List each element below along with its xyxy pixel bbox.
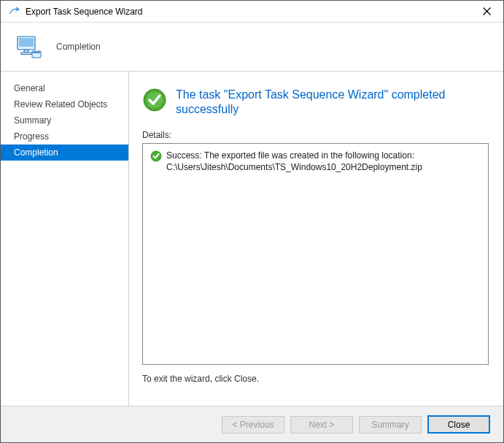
success-check-icon xyxy=(142,88,167,112)
next-button: Next > xyxy=(290,416,353,434)
close-icon xyxy=(483,7,491,15)
sidebar-item-label: Progress xyxy=(14,131,49,142)
wizard-sidebar: General Review Related Objects Summary P… xyxy=(1,72,128,406)
wizard-stage-label: Completion xyxy=(56,42,101,52)
sidebar-item-label: Completion xyxy=(14,147,58,158)
details-label: Details: xyxy=(142,130,489,140)
previous-button: < Previous xyxy=(222,416,284,434)
window-title: Export Task Sequence Wizard xyxy=(26,7,143,17)
summary-button: Summary xyxy=(359,416,422,434)
export-arrow-icon xyxy=(8,6,20,18)
window-close-button[interactable] xyxy=(470,1,503,22)
sidebar-item-completion[interactable]: Completion xyxy=(1,145,128,161)
svg-rect-7 xyxy=(33,52,41,53)
sidebar-item-label: Review Related Objects xyxy=(14,99,107,109)
details-box[interactable]: Success: The exported file was created i… xyxy=(142,143,489,365)
success-check-icon xyxy=(150,150,162,162)
sidebar-item-general[interactable]: General xyxy=(1,80,128,96)
computer-monitor-icon xyxy=(14,32,43,61)
sidebar-item-label: General xyxy=(14,83,45,93)
close-button[interactable]: Close xyxy=(427,415,490,434)
svg-rect-5 xyxy=(21,53,31,55)
svg-rect-4 xyxy=(24,50,28,53)
wizard-content: The task "Export Task Sequence Wizard" c… xyxy=(128,72,503,406)
sidebar-item-summary[interactable]: Summary xyxy=(1,112,128,128)
sidebar-item-review-related-objects[interactable]: Review Related Objects xyxy=(1,96,128,112)
exit-hint: To exit the wizard, click Close. xyxy=(142,374,489,384)
titlebar: Export Task Sequence Wizard xyxy=(1,1,503,23)
wizard-footer: < Previous Next > Summary Close xyxy=(1,406,503,442)
completion-headline: The task "Export Task Sequence Wizard" c… xyxy=(176,88,489,117)
details-entry: Success: The exported file was created i… xyxy=(150,150,481,173)
sidebar-item-progress[interactable]: Progress xyxy=(1,128,128,145)
details-entry-message: Success: The exported file was created i… xyxy=(166,150,481,173)
svg-rect-3 xyxy=(19,38,34,47)
wizard-header: Completion xyxy=(1,23,503,71)
sidebar-item-label: Summary xyxy=(14,115,51,126)
